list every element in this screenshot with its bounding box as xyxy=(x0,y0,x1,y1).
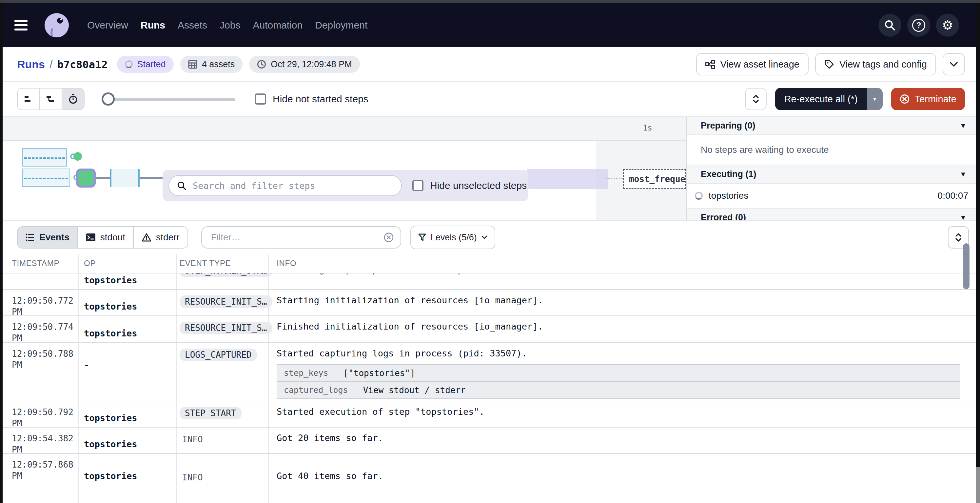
view-mode-flat-button[interactable] xyxy=(18,89,40,110)
panel-section-preparing[interactable]: Preparing (0) ▾ xyxy=(687,117,976,135)
top-nav: Overview Runs Assets Jobs Automation Dep… xyxy=(3,3,976,47)
start-time-badge: Oct 29, 12:09:48 PM xyxy=(249,56,360,73)
metadata-row: captured_logs View stdout / stderr xyxy=(277,382,960,398)
nav-item-automation[interactable]: Automation xyxy=(253,20,302,31)
gantt-step-span[interactable] xyxy=(110,169,140,187)
funnel-icon xyxy=(418,234,426,241)
cell-event-type: INFO xyxy=(177,428,269,453)
nav-item-runs[interactable]: Runs xyxy=(141,20,165,31)
gantt-step-label-most-frequent[interactable]: most_frequent xyxy=(623,169,686,189)
terminate-button[interactable]: Terminate xyxy=(891,88,965,110)
log-filter-input[interactable] xyxy=(210,231,383,243)
tab-stdout[interactable]: stdout xyxy=(78,227,134,248)
gantt-leader-dotted-line xyxy=(606,178,623,179)
hide-unselected-label: Hide unselected steps xyxy=(430,180,527,191)
reexecute-dropdown-button[interactable]: ▾ xyxy=(867,88,883,110)
clock-icon xyxy=(257,60,266,69)
run-id: b7c80a12 xyxy=(57,58,108,71)
panel-section-executing[interactable]: Executing (1) ▾ xyxy=(687,165,976,184)
logo-eye xyxy=(57,18,63,24)
table-row: 12:09:50.792PM topstories STEP_START Sta… xyxy=(3,401,976,428)
breadcrumb-separator: / xyxy=(49,58,52,71)
help-icon: ? xyxy=(912,19,925,32)
expand-collapse-button[interactable] xyxy=(745,88,767,110)
levels-filter-button[interactable]: Levels (5/6) xyxy=(410,226,495,249)
nav-item-overview[interactable]: Overview xyxy=(87,20,128,31)
table-row: 12:09:54.382PM topstories INFO Got 20 it… xyxy=(3,428,976,454)
gantt-view-mode-group xyxy=(17,88,84,110)
up-down-carets-icon xyxy=(955,233,962,242)
tab-stderr[interactable]: stderr xyxy=(134,227,188,248)
cell-timestamp: 12:09:50.774PM xyxy=(3,316,79,342)
cell-op: topstories xyxy=(79,401,177,427)
cell-event-type: STEP_WORKER_STA… xyxy=(177,274,269,289)
clear-filter-icon[interactable] xyxy=(383,232,394,243)
reexecute-all-button[interactable]: Re-execute all (*) xyxy=(775,88,867,110)
assets-badge[interactable]: 4 assets xyxy=(180,56,243,73)
breadcrumb-runs-link[interactable]: Runs xyxy=(17,58,45,71)
nav-right-actions: ? ⚙ xyxy=(878,14,959,37)
search-button[interactable] xyxy=(878,14,901,37)
nav-item-assets[interactable]: Assets xyxy=(178,20,207,31)
search-icon xyxy=(884,20,896,31)
gantt-toolbar: Hide not started steps Re-execute all (*… xyxy=(3,82,976,116)
nav-item-jobs[interactable]: Jobs xyxy=(220,20,240,31)
view-asset-lineage-button[interactable]: View asset lineage xyxy=(696,53,808,75)
gantt-step-not-started[interactable] xyxy=(22,148,67,167)
view-stdout-stderr-link[interactable]: View stdout / stderr xyxy=(355,382,474,398)
cell-info: Got 40 items so far. xyxy=(277,471,964,481)
dropdown-triangle-icon: ▾ xyxy=(873,96,876,103)
view-mode-timed-button[interactable] xyxy=(62,89,84,110)
view-tags-config-button[interactable]: View tags and config xyxy=(815,53,936,75)
hide-not-started-label: Hide not started steps xyxy=(273,94,368,105)
metadata-key: captured_logs xyxy=(277,382,355,398)
step-search-box xyxy=(169,175,402,196)
gantt-step-dot-succeeded[interactable] xyxy=(73,152,82,161)
executing-step-name: topstories xyxy=(709,191,748,201)
cell-timestamp: 12:09:50.792PM xyxy=(3,401,79,427)
grid-icon xyxy=(188,60,197,69)
search-icon xyxy=(177,181,186,190)
nav-item-deployment[interactable]: Deployment xyxy=(315,20,368,31)
panel-section-errored[interactable]: Errored (0) ▾ xyxy=(687,209,976,220)
cell-timestamp: 12:09:57.868PM xyxy=(3,454,79,503)
run-more-actions-button[interactable] xyxy=(943,53,965,75)
gantt-time-axis: 1s xyxy=(3,117,686,141)
help-button[interactable]: ? xyxy=(907,14,930,37)
view-mode-waterfall-button[interactable] xyxy=(40,89,62,110)
col-header-timestamp: TIMESTAMP xyxy=(3,254,79,273)
cell-event-type: RESOURCE_INIT_S… xyxy=(177,316,269,342)
slider-handle[interactable] xyxy=(102,92,115,105)
gantt-step-not-started[interactable] xyxy=(22,169,70,187)
gantt-step-running-selected[interactable] xyxy=(76,169,96,188)
cell-timestamp: 12:09:50.788PM xyxy=(3,343,79,401)
step-search-input[interactable] xyxy=(191,180,393,191)
cell-event-type: INFO xyxy=(177,454,269,503)
run-badges: Started 4 assets xyxy=(117,56,360,73)
cell-info: Executing step "topstories" in subproces… xyxy=(277,274,964,274)
cell-timestamp: PM xyxy=(3,274,79,289)
caret-down-icon: ▾ xyxy=(961,213,965,220)
settings-button[interactable]: ⚙ xyxy=(936,14,959,37)
vertical-scrollbar-thumb[interactable] xyxy=(963,243,969,289)
metadata-value: ["topstories"] xyxy=(335,365,423,381)
event-list-icon xyxy=(25,234,35,241)
hide-not-started-checkbox[interactable] xyxy=(255,94,266,105)
executing-step-row[interactable]: topstories 0:00:07 xyxy=(687,184,976,209)
chevron-down-icon xyxy=(482,236,487,239)
hamburger-menu-icon[interactable] xyxy=(14,20,27,30)
breadcrumb: Runs / b7c80a12 xyxy=(17,58,108,71)
metadata-row: step_keys ["topstories"] xyxy=(277,365,960,382)
dagster-logo[interactable] xyxy=(45,13,69,37)
table-row: 12:09:50.788PM - LOGS_CAPTURED Started c… xyxy=(3,343,976,401)
cell-op: topstories xyxy=(79,290,177,315)
zoom-slider[interactable] xyxy=(102,92,235,105)
app-window: Overview Runs Assets Jobs Automation Dep… xyxy=(3,3,976,503)
executing-step-elapsed: 0:00:07 xyxy=(938,191,968,201)
tag-icon xyxy=(824,59,834,69)
slider-track[interactable] xyxy=(102,98,235,101)
cell-info: Started execution of step "topstories". xyxy=(277,407,964,417)
hide-unselected-checkbox[interactable] xyxy=(412,180,423,191)
events-toolbar: Events stdout xyxy=(3,221,976,254)
tab-events[interactable]: Events xyxy=(18,227,78,248)
